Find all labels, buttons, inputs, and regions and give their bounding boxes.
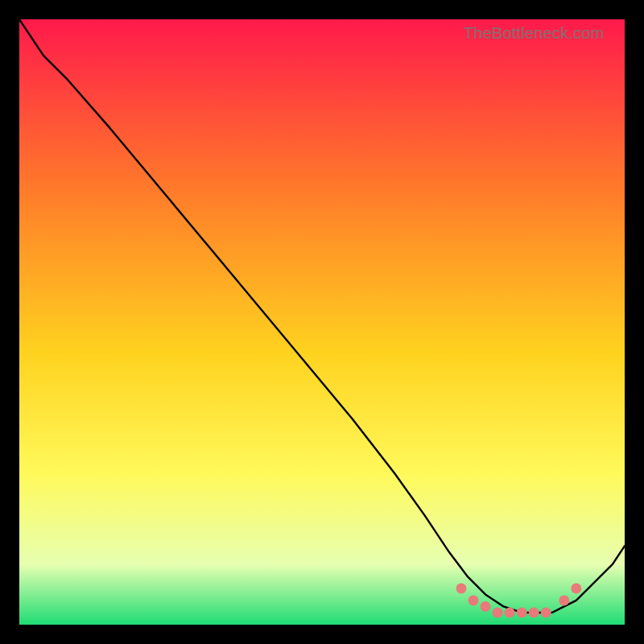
highlight-marker <box>529 608 539 618</box>
highlight-marker <box>571 583 581 593</box>
watermark-text: TheBottleneck.com <box>463 24 604 43</box>
highlight-marker <box>505 608 515 618</box>
highlight-marker <box>493 608 503 618</box>
gradient-background <box>19 19 625 625</box>
highlight-marker <box>481 601 491 612</box>
highlight-marker <box>517 608 527 618</box>
highlight-marker <box>456 583 467 593</box>
highlight-marker <box>469 595 479 605</box>
highlight-marker <box>559 595 569 605</box>
chart-frame: TheBottleneck.com <box>19 19 625 625</box>
highlight-marker <box>541 608 551 618</box>
bottleneck-chart <box>19 19 625 625</box>
